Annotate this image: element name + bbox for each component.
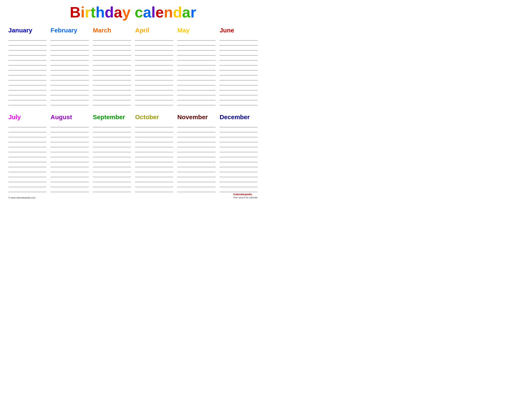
- line: [177, 100, 215, 105]
- month-label-january: January: [8, 27, 46, 34]
- line: [93, 60, 131, 65]
- line: [177, 50, 215, 56]
- line: [220, 56, 258, 60]
- line: [51, 100, 89, 105]
- line: [93, 90, 131, 95]
- line: [51, 157, 89, 162]
- month-label-june: June: [220, 27, 258, 34]
- line: [177, 132, 215, 137]
- line: [177, 36, 215, 41]
- line: [51, 60, 89, 65]
- line: [220, 132, 258, 137]
- line: [177, 85, 215, 90]
- line: [220, 85, 258, 90]
- line: [220, 182, 258, 187]
- line: [8, 85, 46, 90]
- line: [220, 50, 258, 56]
- line: [8, 80, 46, 85]
- line: [220, 147, 258, 152]
- line: [177, 80, 215, 85]
- line: [51, 127, 89, 132]
- line: [8, 41, 46, 45]
- line: [8, 182, 46, 187]
- month-label-april: April: [135, 27, 173, 34]
- line: [220, 127, 258, 132]
- line: [220, 90, 258, 95]
- month-june: June: [220, 27, 258, 105]
- line: [8, 177, 46, 182]
- line: [51, 187, 89, 192]
- month-label-september: September: [93, 114, 131, 121]
- line: [135, 70, 173, 75]
- line: [93, 172, 131, 177]
- line: [177, 142, 215, 147]
- month-september: September: [93, 114, 131, 192]
- line: [135, 177, 173, 182]
- line: [135, 90, 173, 95]
- line: [135, 127, 173, 132]
- line: [8, 65, 46, 70]
- line: [51, 80, 89, 85]
- line: [51, 137, 89, 142]
- line: [93, 36, 131, 41]
- copyright-text: © www.calendarpedia.com: [8, 196, 35, 199]
- line: [177, 162, 215, 167]
- month-label-august: August: [51, 114, 89, 121]
- line: [177, 152, 215, 157]
- line: [8, 152, 46, 157]
- line: [51, 75, 89, 80]
- line: [93, 147, 131, 152]
- line: [8, 142, 46, 147]
- line: [93, 100, 131, 105]
- line: [135, 157, 173, 162]
- month-january: January: [8, 27, 46, 105]
- line: [93, 162, 131, 167]
- line: [8, 70, 46, 75]
- line: [220, 45, 258, 50]
- month-label-december: December: [220, 114, 258, 121]
- line: [135, 147, 173, 152]
- line: [220, 177, 258, 182]
- line: [51, 147, 89, 152]
- line: [220, 41, 258, 45]
- line: [51, 172, 89, 177]
- month-label-november: November: [177, 114, 215, 121]
- month-march: March: [93, 27, 131, 105]
- line: [135, 172, 173, 177]
- line: [177, 122, 215, 127]
- brand-tagline: Your source for calendar: [233, 196, 258, 199]
- line: [93, 187, 131, 192]
- line: [8, 127, 46, 132]
- line: [135, 56, 173, 60]
- line: [135, 60, 173, 65]
- line: [135, 152, 173, 157]
- line: [135, 45, 173, 50]
- line: [135, 182, 173, 187]
- line: [135, 142, 173, 147]
- line: [51, 95, 89, 100]
- line: [8, 172, 46, 177]
- line: [220, 100, 258, 105]
- line: [177, 167, 215, 172]
- line: [135, 80, 173, 85]
- month-label-march: March: [93, 27, 131, 34]
- line: [135, 122, 173, 127]
- line: [135, 187, 173, 192]
- month-label-february: February: [51, 27, 89, 34]
- line: [93, 152, 131, 157]
- line: [135, 50, 173, 56]
- line: [93, 142, 131, 147]
- line: [220, 65, 258, 70]
- line: [135, 65, 173, 70]
- page-title: Birthday calendar: [8, 4, 258, 21]
- line: [51, 182, 89, 187]
- line: [177, 45, 215, 50]
- line: [93, 85, 131, 90]
- line: [93, 137, 131, 142]
- line: [135, 167, 173, 172]
- line: [51, 162, 89, 167]
- month-label-may: May: [177, 27, 215, 34]
- line: [8, 50, 46, 56]
- line: [220, 60, 258, 65]
- line: [177, 147, 215, 152]
